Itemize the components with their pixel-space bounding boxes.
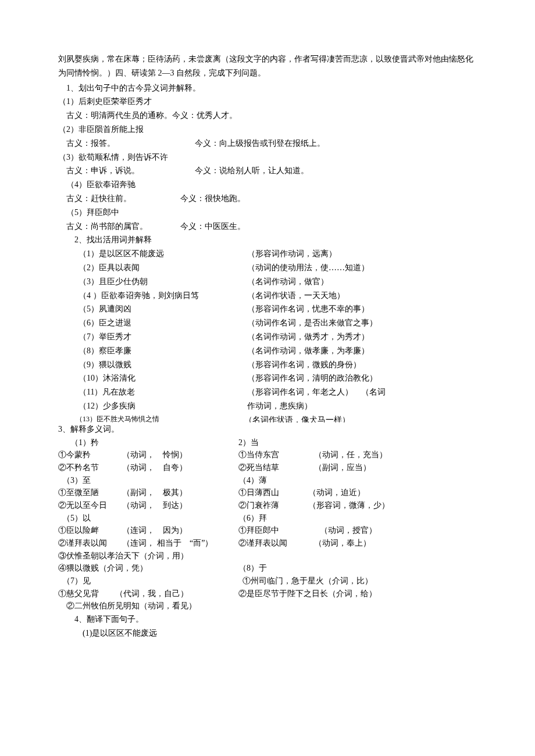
- list-item: （名词作状语，像犬马一样）: [244, 413, 350, 422]
- sec1-item2-old: 古义：报答。: [58, 137, 115, 151]
- list-item: （动词的使动用法，使……知道）: [247, 261, 369, 275]
- sec1-item1-def: 古义：明清两代生员的通称。今义：优秀人才。: [58, 109, 477, 123]
- c3-b-m: （动词，: [122, 499, 163, 512]
- c1-b-m: （动词，: [122, 461, 163, 474]
- c8-title: （8）于: [238, 562, 267, 575]
- list-item: （名词作状语，一天天地）: [247, 289, 345, 303]
- c5-a-m: （连词，: [122, 524, 163, 537]
- c1-a-l: ①今蒙矜: [58, 449, 122, 461]
- sec1-item1-head: （1）后刺史臣荣举臣秀才: [58, 95, 477, 109]
- list-item: （形容词作名词，忧患不幸的事）: [247, 302, 369, 316]
- sec1-item4-old: 古义：赶快往前。: [58, 192, 131, 206]
- c7-a: ①慈父见背 （代词，我，自己）: [58, 587, 238, 600]
- c4-title: （4）薄: [238, 474, 459, 487]
- list-item: （动词作名词，是否出来做官之事）: [247, 316, 377, 330]
- c5-a-l: ①臣以险衅: [58, 524, 122, 537]
- sec1-item4-head: （4）臣欲奉诏奔驰: [58, 178, 477, 192]
- c1-title: （1）矜: [58, 436, 137, 449]
- c5-title: （5）以: [58, 512, 238, 525]
- sec2-list: （1）是以区区不能废远（形容词作动词，远离） （2）臣具以表闻（动词的使动用法，…: [58, 247, 477, 422]
- sec1-title: 1、划出句子中的古今异义词并解释。: [58, 81, 477, 95]
- c6-b-m: （动词，奉上）: [314, 537, 371, 550]
- c2-b-l: ②死当结草: [238, 461, 314, 474]
- c2-a-m: （动词，任，充当）: [314, 449, 387, 461]
- c3-title: （3）至: [58, 474, 238, 487]
- c1-b-r: 自夸）: [163, 461, 187, 474]
- c3-a-m: （副词，: [122, 486, 163, 499]
- sec3-title: 3、解释多义词。: [58, 422, 477, 436]
- c6-a-l: ①拜臣郎中: [238, 524, 320, 537]
- list-item: （名词作动词，做秀才，为秀才）: [247, 330, 369, 344]
- sec1-item5-head: （5）拜臣郎中: [58, 206, 477, 220]
- list-item: （6）臣之进退: [58, 316, 247, 330]
- c1-b-l: ②不矜名节: [58, 461, 122, 474]
- c5-b-r: 相当于 “而”）: [157, 537, 213, 550]
- sec3-body: （1）矜 ①今蒙矜 （动词， 怜悯） ②不矜名节 （动词， 自夸） 2）当 ①当…: [58, 436, 477, 613]
- sec1-item2-new: 今义：向上级报告或刊登在报纸上。: [195, 137, 325, 151]
- list-item: （形容词作动词，远离）: [247, 247, 337, 261]
- c2-b-m: （副词，应当）: [314, 461, 371, 474]
- c4-b-m: （形容词，微薄，少）: [308, 499, 390, 512]
- list-item: （12）少多疾病: [58, 399, 247, 413]
- c5-b-l: ②谨拜表以闻: [58, 537, 122, 550]
- list-item: （2）臣具以表闻: [58, 261, 247, 275]
- list-item: （10）沐浴清化: [58, 371, 247, 385]
- list-item: 作动词，患疾病）: [247, 399, 312, 413]
- list-item: （名词作动词，做官）: [247, 275, 329, 289]
- c5-a-r: 因为）: [163, 524, 187, 537]
- c3-b-l: ②无以至今日: [58, 499, 122, 512]
- list-item: （4 ）臣欲奉诏奔驰，则刘病日笃: [58, 289, 247, 303]
- c8-a: ①州司临门，急于星火（介词，比）: [242, 575, 373, 587]
- list-item: （11）凡在故老: [58, 385, 247, 399]
- list-item: （形容词作名词，清明的政治教化）: [247, 371, 377, 385]
- c8-b: ②是臣尽节于陛下之日长（介词，给）: [238, 587, 377, 600]
- sec1-item3-new: 今义：说给别人听，让人知道。: [195, 164, 309, 178]
- c4-a-l: ①日薄西山: [238, 486, 308, 499]
- list-item: （7）举臣秀才: [58, 330, 247, 344]
- c7-title: （7）见: [58, 575, 242, 587]
- sec4-item1: (1)是以区区不能废远: [58, 626, 477, 640]
- c3-b-r: 到达）: [163, 499, 187, 512]
- c2-a-l: ①当侍东宫: [238, 449, 314, 461]
- c5-c: ③伏惟圣朝以孝治天下（介词，用）: [58, 550, 477, 562]
- c3-a-r: 极其）: [163, 486, 187, 499]
- c3-a-l: ①至微至陋: [58, 486, 122, 499]
- list-item: （13）臣不胜犬马怖惧之情: [58, 413, 244, 422]
- sec1-item4-new: 今义：很快地跑。: [180, 192, 245, 206]
- list-item: （8）察臣孝廉: [58, 344, 247, 358]
- intro-text: 刘夙婴疾病，常在床蓐；臣待汤药，未尝废离（这段文字的内容，作者写得凄苦而悲凉，以…: [58, 52, 477, 80]
- c6-title: （6）拜: [238, 512, 459, 525]
- c7-b: ②二州牧伯所见明知（动词，看见）: [58, 600, 477, 612]
- list-item: （3）且臣少仕伪朝: [58, 275, 247, 289]
- c6-b-l: ②谨拜表以闻: [238, 537, 314, 550]
- list-item: （9）猥以微贱: [58, 358, 247, 372]
- c1-a-r: 怜悯）: [163, 449, 187, 461]
- list-item: （5）夙遭闵凶: [58, 302, 247, 316]
- list-item: （1）是以区区不能废远: [58, 247, 247, 261]
- sec1-item3-old: 古义：申诉，诉说。: [58, 164, 140, 178]
- c4-a-m: （动词，迫近）: [308, 486, 365, 499]
- sec1-item5-old: 古义：尚书部的属官。: [58, 220, 148, 234]
- sec2-title: 2、找出活用词并解释: [58, 233, 477, 247]
- sec1-item5-new: 今义：中医医生。: [180, 220, 245, 234]
- c4-b-l: ②门衰祚薄: [238, 499, 308, 512]
- sec1-item2-head: （2）非臣陨首所能上报: [58, 123, 477, 137]
- c1-a-m: （动词，: [122, 449, 163, 461]
- list-item: （形容词作名词，年老之人） （名词: [247, 385, 386, 399]
- c5-d: ④猥以微贱（介词，凭）: [58, 562, 238, 575]
- c2-title: 2）当: [238, 436, 459, 449]
- c5-b-m: （连词，: [122, 537, 157, 550]
- list-item: （形容词作名词，微贱的身份）: [247, 358, 361, 372]
- c6-a-m: （动词，授官）: [320, 524, 377, 537]
- list-item: （名词作动词，做孝廉，为孝廉）: [247, 344, 369, 358]
- sec4-title: 4、翻译下面句子。: [58, 612, 477, 626]
- sec1-item3-head: （3）欲苟顺私情，则告诉不许: [58, 151, 477, 164]
